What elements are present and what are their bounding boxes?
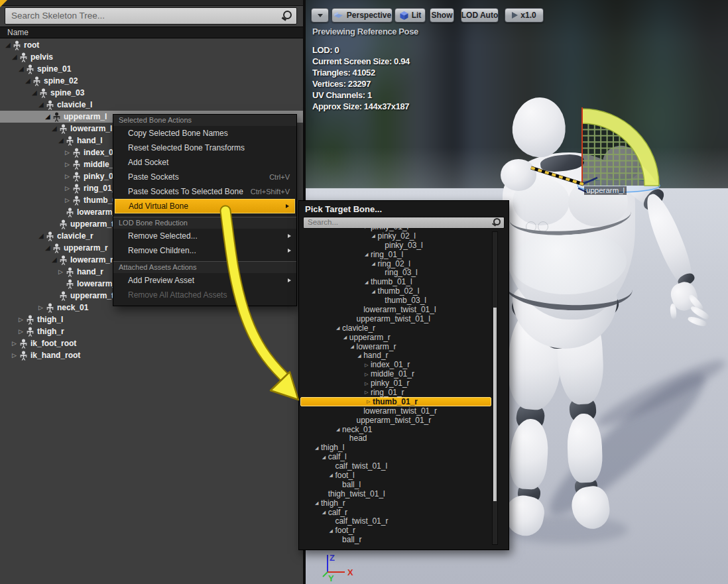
expander-closed-icon[interactable]: ▷ <box>365 379 371 388</box>
picker-item-thumb_02_l[interactable]: ◢thumb_02_l <box>299 286 509 296</box>
expander-open-icon[interactable]: ◢ <box>336 323 342 332</box>
picker-item-calf_r[interactable]: ◢calf_r <box>299 508 509 517</box>
tree-item-spine_01[interactable]: ◢spine_01 <box>0 63 303 75</box>
expander-closed-icon[interactable]: ▷ <box>38 302 46 314</box>
picker-item-upperarm_r[interactable]: ◢upperarm_r <box>299 333 509 342</box>
menu-item-add-virtual-bone[interactable]: Add Virtual Bone <box>115 199 295 213</box>
picker-item-pinky_03_l[interactable]: pinky_03_l <box>299 241 509 250</box>
expander-open-icon[interactable]: ◢ <box>343 333 349 341</box>
picker-item-head[interactable]: head <box>299 434 509 443</box>
picker-item-upperarm_twist_01_l[interactable]: upperarm_twist_01_l <box>299 314 509 323</box>
picker-item-ring_01_r[interactable]: ▷ring_01_r <box>299 388 509 397</box>
expander-open-icon[interactable]: ◢ <box>38 230 46 242</box>
picker-scrollbar-thumb[interactable] <box>493 308 497 501</box>
expander-open-icon[interactable]: ◢ <box>25 75 32 87</box>
picker-item-thigh_twist_01_l[interactable]: thigh_twist_01_l <box>299 489 509 498</box>
picker-item-ball_r[interactable]: ball_r <box>299 535 509 544</box>
tree-item-thigh_r[interactable]: ▷thigh_r <box>0 325 303 337</box>
expander-open-icon[interactable]: ◢ <box>38 99 46 111</box>
expander-open-icon[interactable]: ◢ <box>365 250 371 259</box>
picker-item-pinky_02_l[interactable]: ◢pinky_02_l <box>299 231 509 241</box>
skeleton-search-input[interactable]: Search Skeleton Tree... <box>5 7 297 25</box>
expander-open-icon[interactable]: ◢ <box>357 351 363 360</box>
expander-open-icon[interactable]: ◢ <box>315 443 321 452</box>
viewport-button-lit[interactable]: Lit <box>394 8 426 23</box>
picker-item-ring_03_l[interactable]: ring_03_l <box>299 268 509 277</box>
menu-item-paste-sockets[interactable]: Paste SocketsCtrl+V <box>113 170 296 184</box>
picker-item-hand_r[interactable]: ◢hand_r <box>299 351 509 360</box>
expander-closed-icon[interactable]: ▷ <box>19 314 26 325</box>
picker-item-calf_l[interactable]: ◢calf_l <box>299 452 509 461</box>
expander-closed-icon[interactable]: ▷ <box>365 228 371 231</box>
picker-item-thumb_01_r[interactable]: ▷thumb_01_r <box>300 397 491 406</box>
rotation-gizmo[interactable] <box>577 101 670 200</box>
menu-item-add-socket[interactable]: Add Socket <box>113 155 296 170</box>
expander-open-icon[interactable]: ◢ <box>12 51 19 63</box>
picker-item-clavicle_r[interactable]: ◢clavicle_r <box>299 323 509 333</box>
expander-closed-icon[interactable]: ▷ <box>65 158 72 170</box>
expander-open-icon[interactable]: ◢ <box>351 342 357 351</box>
expander-open-icon[interactable]: ◢ <box>5 39 13 51</box>
picker-item-index_01_r[interactable]: ▷index_01_r <box>299 360 509 369</box>
picker-item-pinky_01_r[interactable]: ▷pinky_01_r <box>299 379 509 388</box>
expander-open-icon[interactable]: ◢ <box>45 242 52 254</box>
picker-scrollbar[interactable] <box>492 231 498 545</box>
picker-search-input[interactable]: Search... <box>303 217 505 229</box>
expander-open-icon[interactable]: ◢ <box>372 259 378 268</box>
viewport-button-lod-auto[interactable]: LOD Auto <box>461 8 499 23</box>
expander-closed-icon[interactable]: ▷ <box>65 182 72 194</box>
picker-item-upperarm_twist_01_r[interactable]: upperarm_twist_01_r <box>299 416 509 425</box>
expander-open-icon[interactable]: ◢ <box>52 123 59 135</box>
picker-item-ring_02_l[interactable]: ◢ring_02_l <box>299 259 509 268</box>
tree-item-root[interactable]: ◢root <box>0 39 303 51</box>
tree-item-ik_foot_root[interactable]: ▷ik_foot_root <box>0 337 303 349</box>
picker-item-foot_r[interactable]: ◢foot_r <box>299 526 509 535</box>
picker-item-lowerarm_twist_01_r[interactable]: lowerarm_twist_01_r <box>299 406 509 416</box>
menu-item-copy-selected-bone-names[interactable]: Copy Selected Bone Names <box>113 126 296 141</box>
expander-open-icon[interactable]: ◢ <box>322 453 328 461</box>
expander-open-icon[interactable]: ◢ <box>315 498 321 507</box>
expander-open-icon[interactable]: ◢ <box>365 278 371 286</box>
menu-item-remove-children[interactable]: Remove Children... <box>113 243 296 258</box>
expander-open-icon[interactable]: ◢ <box>19 63 26 75</box>
picker-item-lowerarm_twist_01_l[interactable]: lowerarm_twist_01_l <box>299 305 509 314</box>
picker-item-lowerarm_r[interactable]: ◢lowerarm_r <box>299 342 509 351</box>
expander-open-icon[interactable]: ◢ <box>45 111 52 123</box>
expander-closed-icon[interactable]: ▷ <box>19 325 26 337</box>
picker-item-middle_01_r[interactable]: ▷middle_01_r <box>299 369 509 379</box>
tree-item-ik_hand_root[interactable]: ▷ik_hand_root <box>0 349 303 361</box>
expander-open-icon[interactable]: ◢ <box>32 87 39 99</box>
tree-item-spine_03[interactable]: ◢spine_03 <box>0 87 303 99</box>
expander-open-icon[interactable]: ◢ <box>329 526 335 535</box>
expander-open-icon[interactable]: ◢ <box>58 135 66 146</box>
expander-closed-icon[interactable]: ▷ <box>65 194 72 206</box>
menu-item-paste-sockets-to-selected-bone[interactable]: Paste Sockets To Selected BoneCtrl+Shift… <box>113 184 296 199</box>
viewport-button-perspective[interactable]: Perspective <box>332 8 393 23</box>
menu-item-remove-selected[interactable]: Remove Selected... <box>113 229 296 243</box>
expander-closed-icon[interactable]: ▷ <box>365 370 371 379</box>
picker-item-thigh_r[interactable]: ◢thigh_r <box>299 498 509 508</box>
picker-item-foot_l[interactable]: ◢foot_l <box>299 471 509 480</box>
picker-item-neck_01[interactable]: ◢neck_01 <box>299 425 509 434</box>
expander-open-icon[interactable]: ◢ <box>372 287 378 296</box>
expander-open-icon[interactable]: ◢ <box>329 471 335 479</box>
menu-item-add-preview-asset[interactable]: Add Preview Asset <box>113 273 296 288</box>
expander-closed-icon[interactable]: ▷ <box>12 337 19 349</box>
tree-item-spine_02[interactable]: ◢spine_02 <box>0 75 303 87</box>
expander-closed-icon[interactable]: ▷ <box>367 397 373 406</box>
tree-item-clavicle_l[interactable]: ◢clavicle_l <box>0 99 303 111</box>
picker-item-thumb_01_l[interactable]: ◢thumb_01_l <box>299 277 509 286</box>
viewport-button-viewport-options[interactable] <box>311 8 329 23</box>
expander-open-icon[interactable]: ◢ <box>322 508 328 516</box>
tree-item-pelvis[interactable]: ◢pelvis <box>0 51 303 63</box>
picker-item-thumb_03_l[interactable]: thumb_03_l <box>299 296 509 305</box>
expander-open-icon[interactable]: ◢ <box>336 425 342 434</box>
expander-closed-icon[interactable]: ▷ <box>12 349 19 361</box>
picker-item-ring_01_l[interactable]: ◢ring_01_l <box>299 250 509 259</box>
tree-item-thigh_l[interactable]: ▷thigh_l <box>0 314 303 325</box>
expander-open-icon[interactable]: ◢ <box>52 254 59 266</box>
expander-closed-icon[interactable]: ▷ <box>365 361 371 369</box>
expander-closed-icon[interactable]: ▷ <box>65 146 72 158</box>
picker-item-calf_twist_01_r[interactable]: calf_twist_01_r <box>299 517 509 526</box>
viewport-button-playback-speed[interactable]: x1.0 <box>505 8 544 23</box>
